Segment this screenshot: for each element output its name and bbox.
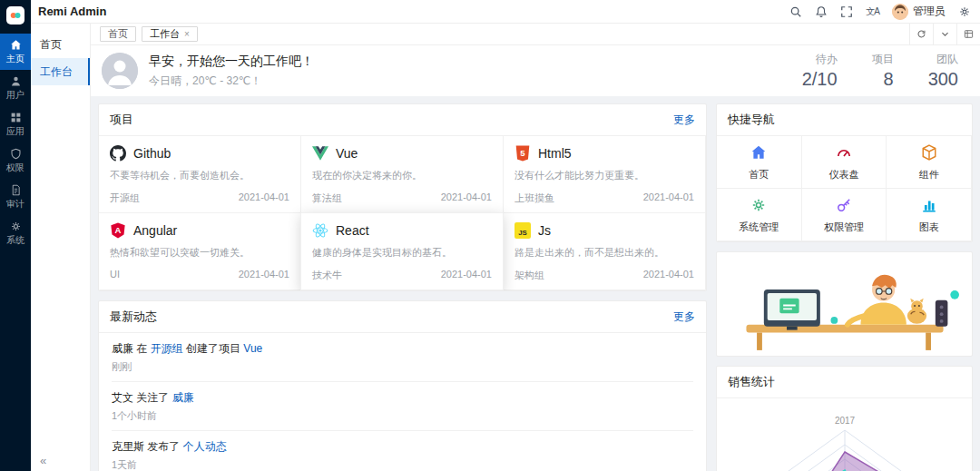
sidebar-collapse-icon[interactable]: « [40, 454, 46, 467]
translate-icon[interactable]: 文A [866, 5, 879, 18]
news-time: 刚刚 [112, 360, 693, 374]
projects-more-link[interactable]: 更多 [673, 113, 695, 128]
user-name: 管理员 [913, 4, 946, 19]
project-name: Js [538, 223, 551, 238]
project-group: UI [110, 269, 120, 280]
html5-icon: 5 [514, 145, 531, 162]
quicknav-charts[interactable]: 图表 [886, 188, 972, 241]
bell-icon[interactable] [815, 5, 828, 18]
stat-projects: 项目 8 [872, 52, 894, 90]
sidebar-item-label: 用户 [6, 90, 24, 100]
project-name: Html5 [538, 146, 572, 161]
chevron-down-icon[interactable] [933, 24, 956, 44]
project-date: 2021-04-01 [441, 191, 492, 205]
project-name: Vue [336, 146, 358, 161]
home-icon [750, 144, 767, 161]
news-item: 艾文 关注了 威廉 1个小时前 [112, 382, 693, 431]
sales-title: 销售统计 [728, 374, 775, 390]
document-icon [10, 184, 22, 196]
project-desc: 不要等待机会，而要创造机会。 [110, 169, 289, 182]
sidebar-item-apps[interactable]: 应用 [0, 106, 31, 142]
secondary-sidebar: 首页 工作台 « [31, 24, 91, 471]
news-item: 克里斯 发布了 个人动态 1天前 [112, 431, 693, 471]
quicknav-components[interactable]: 组件 [886, 135, 972, 189]
quicknav-dashboard[interactable]: 仪表盘 [801, 135, 887, 189]
quicknav-title: 快捷导航 [728, 112, 775, 128]
app-title: Remi Admin [38, 5, 106, 18]
svg-text:A: A [115, 225, 122, 235]
projects-card: 项目 更多 Github [98, 103, 707, 291]
profile-avatar [102, 53, 138, 89]
user-icon [10, 75, 22, 87]
fullscreen-icon[interactable] [840, 5, 853, 18]
project-group: 技术牛 [312, 269, 342, 282]
svg-text:5: 5 [520, 148, 525, 158]
layout-icon[interactable] [956, 24, 980, 44]
news-link[interactable]: Vue [243, 342, 262, 355]
project-date: 2021-04-01 [239, 269, 289, 280]
quicknav-card: 快捷导航 首页 仪表盘 [716, 103, 973, 242]
quicknav-home[interactable]: 首页 [716, 135, 802, 189]
projects-grid: Github 不要等待机会，而要创造机会。 开源组2021-04-01 [99, 136, 706, 290]
news-link[interactable]: 个人动态 [183, 440, 227, 453]
project-desc: 没有什么才能比努力更重要。 [514, 169, 694, 182]
quicknav-grid: 首页 仪表盘 组件 [717, 136, 972, 241]
project-card-vue[interactable]: Vue 现在的你决定将来的你。 算法组2021-04-01 [300, 135, 504, 213]
project-card-react[interactable]: React 健康的身体是实现目标的基石。 技术牛2021-04-01 [300, 212, 504, 290]
tab-workbench[interactable]: 工作台 × [142, 26, 198, 42]
news-list: 威廉 在 开源组 创建了项目 Vue 刚刚 艾文 关注了 威廉 1个小时前 克里… [99, 333, 706, 471]
sidebar-item-users[interactable]: 用户 [0, 70, 31, 106]
shield-icon [10, 148, 22, 160]
svg-text:JS: JS [518, 229, 527, 237]
sidebar-item-label: 权限 [6, 162, 24, 172]
illustration-card [716, 251, 973, 357]
news-item: 威廉 在 开源组 创建了项目 Vue 刚刚 [112, 333, 693, 382]
quicknav-permissions[interactable]: 权限管理 [801, 188, 887, 241]
news-link[interactable]: 开源组 [151, 342, 183, 355]
radar-label-top: 2017 [834, 416, 855, 426]
refresh-icon[interactable] [909, 24, 933, 44]
dashboard-icon [836, 144, 852, 161]
settings-gear-icon[interactable] [958, 5, 971, 18]
project-group: 算法组 [312, 191, 342, 205]
news-card: 最新动态 更多 威廉 在 开源组 创建了项目 Vue 刚刚 [98, 300, 707, 471]
gear-icon [10, 221, 22, 232]
tab-home[interactable]: 首页 [100, 26, 136, 42]
project-name: Github [133, 146, 171, 161]
project-card-angular[interactable]: A Angular 热情和欲望可以突破一切难关。 UI2021-04-01 [98, 212, 301, 290]
search-icon[interactable] [789, 5, 802, 18]
react-icon [312, 222, 328, 239]
news-title: 最新动态 [110, 309, 157, 325]
primary-sidebar: 主页 用户 应用 权限 审计 系统 [0, 0, 31, 471]
sidebar-item-home[interactable]: 主页 [0, 34, 31, 70]
project-card-github[interactable]: Github 不要等待机会，而要创造机会。 开源组2021-04-01 [98, 135, 301, 213]
sidebar-item-permissions[interactable]: 权限 [0, 142, 31, 179]
github-icon [110, 145, 126, 162]
sidebar-item-audit[interactable]: 审计 [0, 179, 31, 215]
app-logo-icon[interactable] [6, 6, 24, 25]
project-group: 架构组 [514, 269, 544, 282]
stat-team: 团队 300 [928, 52, 958, 90]
project-name: React [336, 223, 369, 238]
project-card-js[interactable]: JS Js 路是走出来的，而不是想出来的。 架构组2021-04-01 [503, 212, 706, 290]
news-actor: 克里斯 [112, 440, 144, 453]
vue-icon [312, 145, 328, 162]
project-desc: 路是走出来的，而不是想出来的。 [514, 246, 694, 260]
gear-icon [750, 197, 767, 213]
sales-radar-chart: 2017 2021 2017 [717, 398, 972, 471]
sidebar-item-system[interactable]: 系统 [0, 215, 31, 251]
submenu-item-home[interactable]: 首页 [31, 31, 90, 58]
project-date: 2021-04-01 [441, 269, 492, 282]
stat-todo: 待办 2/10 [802, 52, 838, 90]
submenu-item-workbench[interactable]: 工作台 [31, 58, 90, 85]
quicknav-system[interactable]: 系统管理 [716, 188, 802, 241]
user-menu[interactable]: 管理员 [892, 4, 946, 20]
projects-title: 项目 [110, 112, 133, 128]
tab-close-icon[interactable]: × [184, 30, 190, 39]
news-link[interactable]: 威廉 [172, 391, 194, 404]
news-more-link[interactable]: 更多 [673, 309, 695, 325]
project-desc: 健康的身体是实现目标的基石。 [312, 246, 492, 260]
sidebar-item-label: 主页 [6, 54, 24, 64]
project-card-html5[interactable]: 5 Html5 没有什么才能比努力更重要。 上班摸鱼2021-04-01 [503, 135, 706, 213]
javascript-icon: JS [514, 222, 531, 239]
